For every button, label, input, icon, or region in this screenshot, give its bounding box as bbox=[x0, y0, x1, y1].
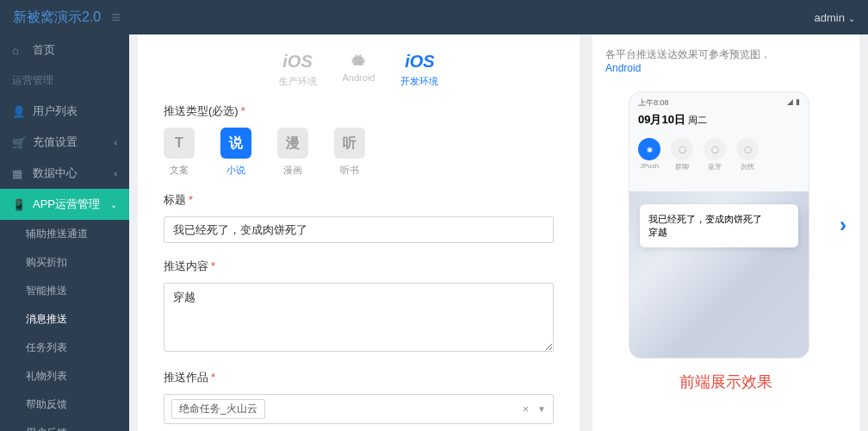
menu-toggle-icon[interactable]: ≡ bbox=[111, 9, 121, 27]
svg-rect-0 bbox=[354, 58, 363, 65]
sidebar: ⌂ 首页 运营管理 👤 用户列表 🛒 充值设置 ‹ ▦ 数据中心 ‹ 📱 APP… bbox=[0, 34, 129, 431]
dropdown-icon: ▼ bbox=[537, 404, 546, 414]
nav-label: 用户列表 bbox=[33, 103, 78, 119]
type-audio[interactable]: 听 听书 bbox=[334, 128, 365, 177]
wifi-icon: ◉ bbox=[638, 138, 660, 160]
chat-icon: ◯ bbox=[671, 138, 693, 160]
env-tab-ios-prod[interactable]: iOS 生产环境 bbox=[279, 52, 317, 88]
data-icon: ▦ bbox=[12, 167, 26, 180]
notif-title: 我已经死了，变成肉饼死了 bbox=[648, 213, 790, 226]
nav-users[interactable]: 👤 用户列表 bbox=[0, 96, 129, 127]
nav-sub-push-channel[interactable]: 辅助推送通道 bbox=[0, 220, 129, 248]
env-tab-ios-dev[interactable]: iOS 开发环境 bbox=[400, 52, 438, 88]
user-menu[interactable]: admin⌄ bbox=[815, 11, 855, 24]
nav-label: 数据中心 bbox=[33, 166, 78, 181]
cart-icon: 🛒 bbox=[12, 136, 26, 149]
nav-label: APP运营管理 bbox=[33, 197, 100, 212]
nav-sub-user-fb[interactable]: 用户反馈 bbox=[0, 419, 129, 431]
phone-quicksettings: ◉JPush ◯群聊 ◯蓝牙 ◯勿扰 bbox=[629, 133, 809, 180]
title-input[interactable] bbox=[164, 216, 554, 243]
push-type-label: 推送类型(必选)* bbox=[164, 103, 554, 119]
env-label: Android bbox=[343, 72, 375, 83]
preview-caption: 前端展示效果 bbox=[605, 372, 846, 392]
work-tag: 绝命任务_火山云 bbox=[171, 399, 265, 419]
env-ios-icon: iOS bbox=[400, 52, 438, 72]
type-text-icon: T bbox=[164, 128, 195, 159]
type-audio-icon: 听 bbox=[334, 128, 365, 159]
nav-section-ops: 运营管理 bbox=[0, 66, 129, 96]
env-label: 开发环境 bbox=[400, 75, 438, 88]
type-label: 听书 bbox=[334, 164, 365, 177]
form-panel: iOS 生产环境 Android iOS 开发环境 推送类型(必选)* bbox=[138, 34, 580, 431]
content-textarea[interactable]: 穿越 bbox=[164, 283, 554, 352]
preview-next-arrow[interactable]: › bbox=[840, 213, 846, 237]
phone-date: 09月10日 周二 bbox=[629, 110, 809, 133]
preview-note: 各平台推送送达效果可参考预览图， bbox=[605, 47, 846, 62]
android-icon bbox=[349, 52, 368, 69]
chevron-left-icon: ‹ bbox=[115, 169, 117, 178]
home-icon: ⌂ bbox=[12, 44, 26, 57]
title-label: 标题* bbox=[164, 192, 554, 208]
phone-statusbar: 上午8:08 ◢ ▮ bbox=[629, 92, 809, 110]
nav-data[interactable]: ▦ 数据中心 ‹ bbox=[0, 158, 129, 189]
nav-app-ops[interactable]: 📱 APP运营管理 ⌄ bbox=[0, 189, 129, 220]
clear-icon[interactable]: × bbox=[523, 403, 529, 415]
env-label: 生产环境 bbox=[279, 75, 317, 88]
chevron-down-icon: ⌄ bbox=[848, 14, 855, 23]
chevron-down-icon: ⌄ bbox=[110, 200, 117, 209]
type-label: 文案 bbox=[164, 164, 195, 177]
preview-android-link[interactable]: Android bbox=[605, 62, 846, 74]
preview-panel: 各平台推送送达效果可参考预览图， Android 上午8:08 ◢ ▮ 09月1… bbox=[592, 34, 859, 431]
work-select[interactable]: 绝命任务_火山云 × ▼ bbox=[164, 394, 554, 424]
type-label: 漫画 bbox=[277, 164, 308, 177]
type-label: 小说 bbox=[220, 164, 251, 177]
work-label: 推送作品* bbox=[164, 370, 554, 385]
signal-icon: ◢ ▮ bbox=[787, 97, 800, 109]
type-comic-icon: 漫 bbox=[277, 128, 308, 159]
type-text[interactable]: T 文案 bbox=[164, 128, 195, 177]
env-ios-icon: iOS bbox=[279, 52, 317, 72]
content-label: 推送内容* bbox=[164, 259, 554, 274]
nav-sub-discount[interactable]: 购买折扣 bbox=[0, 248, 129, 277]
type-comic[interactable]: 漫 漫画 bbox=[277, 128, 308, 177]
nav-sub-gifts[interactable]: 礼物列表 bbox=[0, 362, 129, 390]
nav-label: 首页 bbox=[33, 42, 55, 58]
phone-preview: 上午8:08 ◢ ▮ 09月10日 周二 ◉JPush ◯群聊 ◯蓝牙 ◯勿扰 bbox=[629, 91, 809, 359]
nav-sub-tasks[interactable]: 任务列表 bbox=[0, 334, 129, 362]
nav-sub-smart-push[interactable]: 智能推送 bbox=[0, 277, 129, 305]
nav-label: 充值设置 bbox=[33, 134, 78, 150]
notif-body: 穿越 bbox=[648, 226, 790, 239]
phone-icon: 📱 bbox=[12, 198, 26, 211]
type-novel[interactable]: 说 小说 bbox=[220, 128, 251, 177]
phone-notification: 我已经死了，变成肉饼死了 穿越 bbox=[640, 204, 798, 247]
nav-home[interactable]: ⌂ 首页 bbox=[0, 34, 129, 66]
nav-sub-msg-push[interactable]: 消息推送 bbox=[0, 305, 129, 334]
brand-title: 新被窝演示2.0 bbox=[13, 9, 101, 27]
type-novel-icon: 说 bbox=[220, 128, 251, 159]
user-name: admin bbox=[815, 11, 845, 24]
bluetooth-icon: ◯ bbox=[704, 138, 726, 160]
users-icon: 👤 bbox=[12, 105, 26, 118]
nav-sub-help-fb[interactable]: 帮助反馈 bbox=[0, 390, 129, 419]
nav-recharge[interactable]: 🛒 充值设置 ‹ bbox=[0, 127, 129, 158]
dnd-icon: ◯ bbox=[736, 138, 759, 160]
main-content: iOS 生产环境 Android iOS 开发环境 推送类型(必选)* bbox=[129, 34, 868, 431]
chevron-left-icon: ‹ bbox=[115, 138, 117, 147]
env-tab-android[interactable]: Android bbox=[343, 52, 375, 88]
